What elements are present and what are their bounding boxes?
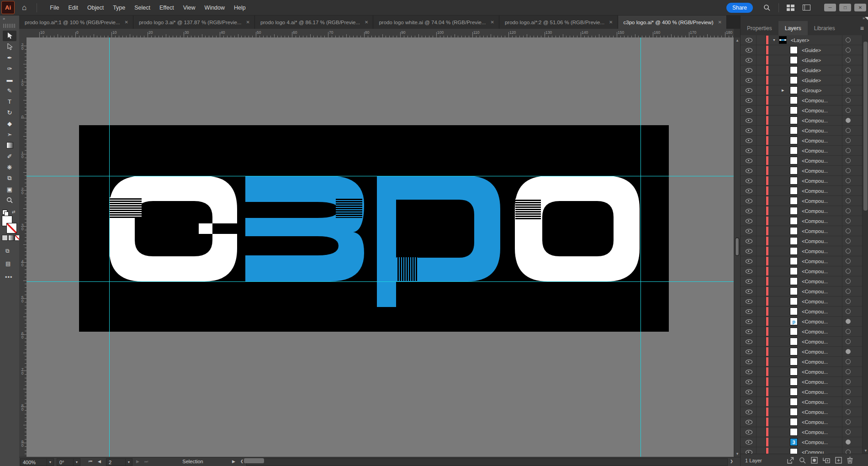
target-circle-icon[interactable]	[846, 339, 851, 344]
target-circle-icon[interactable]	[846, 309, 851, 314]
layer-row[interactable]: <Compou...	[741, 397, 862, 407]
curvature-tool[interactable]: ✑	[3, 64, 16, 74]
layer-thumbnail[interactable]	[790, 358, 798, 365]
target-circle-icon[interactable]	[846, 128, 851, 133]
layer-row[interactable]: 3<Compou...	[741, 437, 862, 447]
shape-builder-tool[interactable]: ⧉	[3, 173, 16, 184]
layer-name-label[interactable]: <Compou...	[802, 168, 828, 174]
layer-thumbnail[interactable]	[790, 96, 798, 104]
layer-row[interactable]: ▼<Layer>	[741, 35, 862, 45]
scroll-down-icon[interactable]: ▼	[736, 452, 739, 456]
illustrator-app-icon[interactable]: Ai	[1, 1, 15, 14]
target-circle-icon[interactable]	[846, 249, 851, 254]
menu-type[interactable]: Type	[108, 0, 130, 15]
close-tab-icon[interactable]: ✕	[491, 20, 494, 25]
layer-thumbnail[interactable]: p	[790, 318, 798, 325]
layer-name-label[interactable]: <Guide>	[802, 58, 821, 63]
layer-name-label[interactable]: <Compou...	[802, 299, 828, 304]
layer-row[interactable]: <Compou...	[741, 427, 862, 437]
collect-export-icon[interactable]	[787, 457, 794, 464]
toolbar-drag-grip[interactable]	[3, 24, 15, 28]
visibility-eye-icon[interactable]	[746, 209, 752, 213]
layer-name-label[interactable]: <Compou...	[802, 148, 828, 154]
rectangle-tool[interactable]: ▬	[3, 74, 16, 85]
artboard-dropdown-chevron-icon[interactable]: ▼	[125, 458, 132, 466]
close-button[interactable]: ✕	[854, 4, 866, 11]
visibility-eye-icon[interactable]	[746, 108, 752, 113]
layer-row[interactable]: <Guide>	[741, 75, 862, 85]
layer-row[interactable]: <Compou...	[741, 357, 862, 367]
layer-name-label[interactable]: <Compou...	[802, 369, 828, 375]
draw-mode-icon[interactable]: ⧉	[5, 248, 10, 254]
visibility-eye-icon[interactable]	[746, 58, 752, 63]
target-circle-icon[interactable]	[846, 68, 851, 73]
layer-row[interactable]: <Compou...	[741, 297, 862, 307]
layer-name-label[interactable]: <Compou...	[802, 108, 828, 113]
type-tool[interactable]: T	[3, 96, 16, 107]
layer-name-label[interactable]: <Compou...	[802, 450, 828, 454]
visibility-eye-icon[interactable]	[746, 229, 752, 233]
layer-thumbnail[interactable]: 3	[790, 438, 798, 446]
target-circle-icon[interactable]	[846, 299, 851, 304]
layer-thumbnail[interactable]	[790, 418, 798, 426]
guide-horizontal-top[interactable]	[26, 176, 734, 176]
layer-row[interactable]: <Compou...	[741, 347, 862, 357]
target-circle-icon[interactable]	[846, 108, 851, 113]
visibility-eye-icon[interactable]	[746, 329, 752, 334]
target-circle-icon[interactable]	[846, 88, 851, 93]
artboard-number-field[interactable]: 2	[106, 458, 127, 466]
layer-row[interactable]: <Compou...	[741, 216, 862, 226]
scroll-right-icon[interactable]: ❯	[730, 459, 733, 463]
layer-name-label[interactable]: <Compou...	[802, 409, 828, 415]
target-circle-icon[interactable]	[846, 138, 851, 143]
target-circle-icon[interactable]	[846, 409, 851, 414]
panel-tab-layers[interactable]: Layers	[778, 21, 808, 35]
target-circle-icon[interactable]	[846, 379, 851, 384]
layer-thumbnail[interactable]	[790, 338, 798, 345]
document-tab[interactable]: prodo logo.ai*:2 @ 51.06 % (RGB/Previe..…	[499, 16, 618, 29]
locate-object-icon[interactable]	[799, 457, 806, 464]
layer-name-label[interactable]: <Compou...	[802, 138, 828, 143]
target-circle-icon[interactable]	[846, 148, 851, 153]
layer-name-label[interactable]: <Group>	[802, 88, 821, 93]
layer-row[interactable]: <Compou...	[741, 367, 862, 377]
layer-name-label[interactable]: <Compou...	[802, 329, 828, 334]
layer-thumbnail[interactable]	[790, 287, 798, 295]
visibility-eye-icon[interactable]	[746, 189, 752, 193]
target-circle-icon[interactable]	[846, 419, 851, 424]
layer-thumbnail[interactable]	[790, 388, 798, 396]
layer-name-label[interactable]: <Compou...	[802, 309, 828, 314]
visibility-eye-icon[interactable]	[746, 199, 752, 203]
layer-row[interactable]: <Compou...	[741, 136, 862, 146]
layer-thumbnail[interactable]	[790, 46, 798, 54]
visibility-eye-icon[interactable]	[746, 148, 752, 153]
layer-row[interactable]: <Compou...	[741, 286, 862, 297]
layer-thumbnail[interactable]	[790, 116, 798, 124]
layer-name-label[interactable]: <Compou...	[802, 349, 828, 355]
guide-vertical-right[interactable]	[640, 37, 641, 457]
layer-thumbnail[interactable]	[790, 277, 798, 285]
target-circle-icon[interactable]	[846, 158, 851, 163]
close-tab-icon[interactable]: ✕	[718, 20, 722, 25]
layer-thumbnail[interactable]	[790, 86, 798, 94]
layer-row[interactable]: <Compou...	[741, 337, 862, 347]
visibility-eye-icon[interactable]	[746, 38, 752, 42]
visibility-eye-icon[interactable]	[746, 420, 752, 424]
layer-thumbnail[interactable]	[790, 207, 798, 215]
scrollbar-thumb[interactable]	[244, 458, 264, 463]
menu-help[interactable]: Help	[229, 0, 250, 15]
status-menu-arrow-icon[interactable]: ▶	[232, 459, 235, 464]
workspace-switcher-icon[interactable]	[787, 5, 794, 11]
layer-thumbnail[interactable]	[790, 257, 798, 265]
default-fill-stroke-icon[interactable]	[2, 210, 7, 215]
visibility-eye-icon[interactable]	[746, 450, 752, 454]
canvas[interactable]	[26, 37, 734, 457]
artboard-tool[interactable]: ▣	[3, 184, 16, 195]
layer-name-label[interactable]: <Compou...	[802, 339, 828, 344]
layer-row[interactable]: <Compou...	[741, 106, 862, 116]
visibility-eye-icon[interactable]	[746, 219, 752, 223]
layer-row[interactable]: <Compou...	[741, 156, 862, 166]
target-circle-icon[interactable]	[846, 359, 851, 364]
visibility-eye-icon[interactable]	[746, 128, 752, 133]
target-circle-icon[interactable]	[846, 440, 851, 445]
